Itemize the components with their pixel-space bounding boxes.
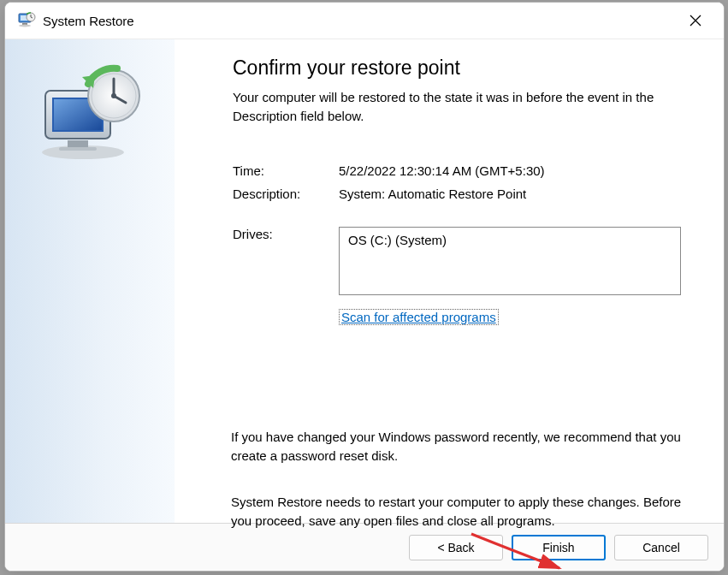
- time-label: Time:: [233, 163, 339, 178]
- close-button[interactable]: [676, 7, 715, 34]
- window-body: Confirm your restore point Your computer…: [5, 39, 724, 523]
- drives-listbox[interactable]: OS (C:) (System): [339, 227, 681, 295]
- titlebar: System Restore: [5, 3, 724, 39]
- page-heading: Confirm your restore point: [233, 56, 698, 80]
- svg-point-3: [19, 25, 31, 27]
- system-restore-window: System Restore: [4, 2, 725, 572]
- svg-rect-14: [68, 140, 88, 147]
- svg-rect-15: [59, 147, 97, 151]
- time-row: Time: 5/22/2022 12:30:14 AM (GMT+5:30): [233, 163, 698, 178]
- close-icon: [690, 15, 701, 27]
- description-label: Description:: [233, 187, 339, 201]
- scan-affected-programs-link[interactable]: Scan for affected programs: [339, 309, 499, 325]
- drive-item[interactable]: OS (C:) (System): [348, 233, 672, 247]
- description-row: Description: System: Automatic Restore P…: [233, 187, 698, 201]
- back-button[interactable]: < Back: [409, 535, 503, 560]
- window-title: System Restore: [43, 14, 676, 28]
- restart-note: System Restore needs to restart your com…: [231, 493, 697, 531]
- system-restore-app-icon: [17, 12, 36, 29]
- password-note: If you have changed your Windows passwor…: [231, 428, 697, 465]
- description-value: System: Automatic Restore Point: [339, 187, 698, 201]
- sidebar: [5, 39, 175, 523]
- finish-button[interactable]: Finish: [512, 535, 606, 560]
- system-restore-icon: [35, 58, 145, 523]
- page-subheading: Your computer will be restored to the st…: [233, 88, 678, 126]
- drives-row: Drives: OS (C:) (System): [233, 227, 698, 295]
- drives-label: Drives:: [233, 227, 339, 295]
- svg-point-20: [111, 93, 116, 98]
- cancel-button[interactable]: Cancel: [614, 535, 708, 560]
- time-value: 5/22/2022 12:30:14 AM (GMT+5:30): [339, 163, 698, 178]
